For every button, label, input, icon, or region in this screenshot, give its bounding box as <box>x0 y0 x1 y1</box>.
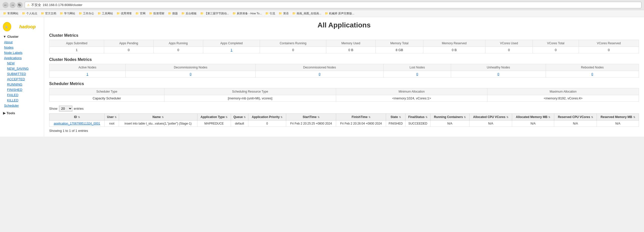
sidebar-item-accepted[interactable]: ACCEPTED <box>0 76 44 82</box>
sidebar-item-finished[interactable]: FINISHED <box>0 87 44 92</box>
bookmark-3[interactable]: 官方文档 <box>40 11 57 16</box>
decommissioning-link[interactable]: 0 <box>190 72 191 76</box>
apps-col-type[interactable]: Application Type ⇅ <box>197 114 231 121</box>
lost-nodes-link[interactable]: 0 <box>416 72 418 76</box>
scheduler-metrics-title: Scheduler Metrics <box>49 82 639 86</box>
cluster-nodes-metrics-title: Cluster Nodes Metrics <box>49 57 639 62</box>
bookmark-11[interactable]: 后台模板 <box>180 11 198 16</box>
security-label: 不安全 <box>31 3 41 7</box>
val-apps-pending: 0 <box>104 47 154 53</box>
back-button[interactable]: ← <box>3 2 9 8</box>
sort-arrows-res-mem: ⇅ <box>633 116 635 119</box>
bookmark-10[interactable]: 搜题 <box>167 11 179 16</box>
sidebar-item-submitted[interactable]: SUBMITTED <box>0 71 44 76</box>
entries-select[interactable]: 10 20 25 50 100 <box>59 106 72 111</box>
decommissioned-link[interactable]: 0 <box>319 72 320 76</box>
apps-col-id[interactable]: ID ⇅ <box>49 114 105 121</box>
sidebar-item-failed[interactable]: FAILED <box>0 92 44 98</box>
col-apps-completed: Apps Completed <box>203 40 260 47</box>
bookmark-9[interactable]: 投资理财 <box>148 11 165 16</box>
apps-col-state[interactable]: State ⇅ <box>386 114 405 121</box>
apps-completed-link[interactable]: 1 <box>231 48 232 52</box>
cell-priority: 0 <box>248 121 286 127</box>
cell-user: root <box>105 121 119 127</box>
app-id-link[interactable]: application_1706799511324_0001 <box>54 122 100 125</box>
bookmark-4[interactable]: 学习网站 <box>59 11 76 16</box>
sidebar-item-nodes[interactable]: Nodes <box>0 45 44 50</box>
sidebar-item-node-labels[interactable]: Node Labels <box>0 50 44 55</box>
col-vcores-total: VCores Total <box>533 40 579 47</box>
reload-button[interactable]: ↻ <box>17 2 23 8</box>
col-memory-total: Memory Total <box>375 40 423 47</box>
cell-type: MAPREDUCE <box>197 121 231 127</box>
apps-col-name[interactable]: Name ⇅ <box>119 114 197 121</box>
apps-col-reserved-memory[interactable]: Reserved Memory MB ⇅ <box>597 114 639 121</box>
cluster-metrics-table: Apps Submitted Apps Pending Apps Running… <box>49 40 639 53</box>
cluster-nodes-metrics-table: Active Nodes Decommissioning Nodes Decom… <box>49 64 639 78</box>
sidebar-item-applications[interactable]: Applications <box>0 55 44 61</box>
active-nodes-link[interactable]: 1 <box>86 72 88 76</box>
forward-button[interactable]: → <box>10 2 16 8</box>
apps-col-allocated-memory[interactable]: Allocated Memory MB ⇅ <box>512 114 554 121</box>
apps-col-reserved-cpu[interactable]: Reserved CPU VCores ⇅ <box>554 114 597 121</box>
bookmark-6[interactable]: 工具网站 <box>97 11 114 16</box>
address-bar[interactable]: ⚠ 不安全 192.168.0.176:8088/cluster <box>25 2 641 8</box>
bookmark-8[interactable]: 官网 <box>134 11 146 16</box>
sort-arrows-name: ⇅ <box>162 116 164 119</box>
sort-arrows-finishtime: ⇅ <box>368 116 370 119</box>
apps-col-priority[interactable]: Application Priority ⇅ <box>248 114 286 121</box>
apps-col-starttime[interactable]: StartTime ⇅ <box>286 114 336 121</box>
col-unhealthy-nodes: Unhealthy Nodes <box>451 64 546 71</box>
rebooted-link[interactable]: 0 <box>591 72 593 76</box>
cell-starttime: Fri Feb 2 20:25:25 +0800 2024 <box>286 121 336 127</box>
col-minimum-allocation: Minimum Allocation <box>336 88 487 95</box>
val-memory-used: 0 B <box>326 47 376 53</box>
sort-arrows-res-cpu: ⇅ <box>591 116 593 119</box>
apps-col-finishtime[interactable]: FinishTime ⇅ <box>336 114 386 121</box>
val-containers-running: 0 <box>260 47 326 53</box>
tools-header[interactable]: ▶ Tools <box>0 110 44 116</box>
bookmarks-bar: 常用网站 个人站点 官方文档 学习网站 工作办公 工具网站 优秀博客 官网 投资… <box>0 10 644 17</box>
sidebar-item-scheduler[interactable]: Scheduler <box>0 103 44 108</box>
logo-area: 🐘 hadoop <box>0 20 44 34</box>
bookmark-7[interactable]: 优秀博客 <box>115 11 133 16</box>
sidebar-item-killed[interactable]: KILLED <box>0 98 44 103</box>
apps-col-user[interactable]: User ⇅ <box>105 114 119 121</box>
bookmark-5[interactable]: 工作办公 <box>78 11 95 16</box>
apps-col-allocated-cpu[interactable]: Allocated CPU VCores ⇅ <box>469 114 512 121</box>
sort-arrows-finalstatus: ⇅ <box>425 116 427 119</box>
col-vcores-reserved: VCores Reserved <box>579 40 639 47</box>
sidebar-item-new-saving[interactable]: NEW_SAVING <box>0 66 44 71</box>
bookmark-2[interactable]: 个人站点 <box>21 11 38 16</box>
bookmark-16[interactable]: 画画_画图_在线画... <box>291 11 322 16</box>
bookmark-13[interactable]: 厨房准备 - How To... <box>231 11 263 16</box>
col-apps-pending: Apps Pending <box>104 40 154 47</box>
bookmark-17[interactable]: 机械师 原声完整版... <box>324 11 355 16</box>
col-apps-submitted: Apps Submitted <box>49 40 104 47</box>
bookmark-12[interactable]: 【第三届字节跳动... <box>199 11 230 16</box>
val-decommissioned-nodes: 0 <box>256 71 384 78</box>
sidebar-item-running[interactable]: RUNNING <box>0 82 44 87</box>
bookmark-14[interactable]: 引流 <box>264 11 276 16</box>
bookmark-15[interactable]: 英语 <box>278 11 289 16</box>
tools-label: Tools <box>7 111 15 115</box>
apps-col-running-containers[interactable]: Running Containers ⇅ <box>430 114 470 121</box>
tools-arrow-icon: ▶ <box>3 111 6 115</box>
cluster-header[interactable]: ▼ Cluster <box>0 34 44 40</box>
entries-label: entries <box>74 107 84 110</box>
val-rebooted-nodes: 0 <box>546 71 639 78</box>
col-decommissioning-nodes: Decommissioning Nodes <box>126 64 256 71</box>
apps-col-finalstatus[interactable]: FinalStatus ⇅ <box>405 114 430 121</box>
col-containers-running: Containers Running <box>260 40 326 47</box>
svg-text:🐘: 🐘 <box>5 25 8 29</box>
val-apps-submitted: 1 <box>49 47 104 53</box>
val-decommissioning-nodes: 0 <box>126 71 256 78</box>
val-vcores-reserved: 0 <box>579 47 639 53</box>
apps-col-queue[interactable]: Queue ⇅ <box>231 114 248 121</box>
sidebar-item-new[interactable]: NEW <box>0 61 44 66</box>
bookmark-1[interactable]: 常用网站 <box>2 11 19 16</box>
sidebar-item-about[interactable]: About <box>0 40 44 45</box>
cell-reserved-cpu: N/A <box>554 121 597 127</box>
unhealthy-link[interactable]: 0 <box>497 72 499 76</box>
sort-arrows-containers: ⇅ <box>464 116 466 119</box>
